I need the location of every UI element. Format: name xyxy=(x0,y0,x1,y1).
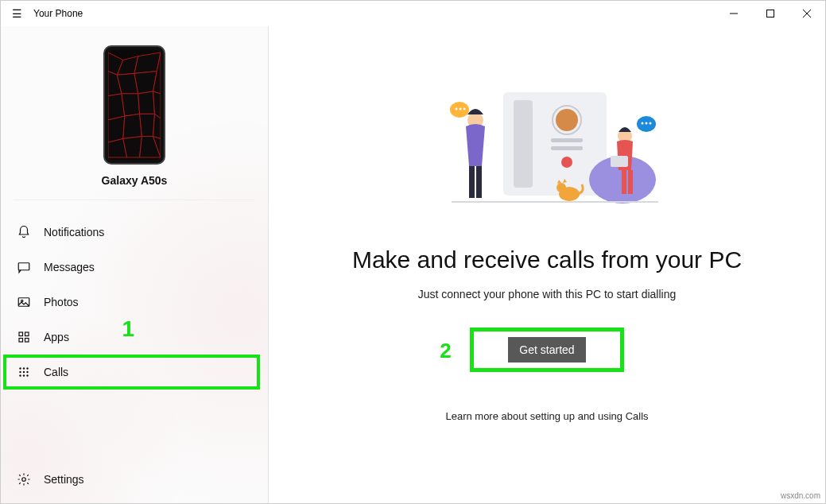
svg-marker-15 xyxy=(108,116,125,142)
window-controls xyxy=(715,1,825,26)
sidebar: Galaxy A50s 1 Notifications Messages xyxy=(1,26,269,503)
svg-point-51 xyxy=(463,107,466,110)
sidebar-item-label: Settings xyxy=(44,473,84,486)
hamburger-menu-icon[interactable]: ☰ xyxy=(12,7,22,20)
svg-marker-16 xyxy=(123,114,142,138)
svg-rect-41 xyxy=(514,100,533,188)
svg-point-57 xyxy=(646,122,648,124)
svg-point-31 xyxy=(23,367,25,369)
dialpad-icon xyxy=(17,365,31,379)
close-button[interactable] xyxy=(789,1,825,26)
svg-point-50 xyxy=(460,107,462,110)
sidebar-item-messages[interactable]: Messages xyxy=(1,250,268,285)
svg-point-49 xyxy=(456,107,458,110)
svg-marker-12 xyxy=(122,94,140,116)
svg-rect-1 xyxy=(767,10,774,17)
svg-rect-29 xyxy=(25,339,29,343)
title-bar-left: ☰ Your Phone xyxy=(1,7,83,20)
svg-rect-54 xyxy=(611,156,628,167)
svg-rect-44 xyxy=(551,138,583,142)
svg-point-38 xyxy=(26,374,28,376)
main-subtext: Just connect your phone with this PC to … xyxy=(418,288,677,300)
sidebar-item-notifications[interactable]: Notifications xyxy=(1,215,268,250)
grid-icon xyxy=(17,330,31,344)
app-body: Galaxy A50s 1 Notifications Messages xyxy=(1,26,825,503)
app-window: ☰ Your Phone xyxy=(0,0,826,504)
chat-icon xyxy=(17,260,31,274)
svg-point-42 xyxy=(556,109,578,131)
learn-more-link[interactable]: Learn more about setting up and using Ca… xyxy=(445,410,648,422)
maximize-button[interactable] xyxy=(752,1,789,26)
svg-point-30 xyxy=(19,367,21,369)
bell-icon xyxy=(17,225,31,239)
device-preview[interactable] xyxy=(103,45,165,165)
annotation-2: 2 xyxy=(440,339,451,363)
svg-rect-45 xyxy=(551,146,583,150)
sidebar-item-photos[interactable]: Photos xyxy=(1,285,268,320)
svg-point-33 xyxy=(19,371,21,373)
app-title: Your Phone xyxy=(33,8,83,19)
svg-rect-28 xyxy=(19,339,23,343)
svg-point-36 xyxy=(19,374,21,376)
main-headline: Make and receive calls from your PC xyxy=(352,246,742,273)
sidebar-item-label: Apps xyxy=(44,331,69,343)
annotation-highlight-1 xyxy=(3,355,260,390)
main-content: Make and receive calls from your PC Just… xyxy=(269,26,825,503)
sidebar-item-label: Notifications xyxy=(44,226,104,238)
get-started-button[interactable]: Get started xyxy=(508,337,585,362)
sidebar-item-settings[interactable]: Settings xyxy=(1,462,268,497)
svg-rect-27 xyxy=(25,332,29,336)
device-section: Galaxy A50s xyxy=(14,26,255,200)
svg-rect-23 xyxy=(18,263,29,270)
minimize-button[interactable] xyxy=(715,1,752,26)
svg-point-35 xyxy=(26,371,28,373)
svg-marker-17 xyxy=(140,114,155,136)
svg-point-37 xyxy=(23,374,25,376)
sidebar-item-label: Messages xyxy=(44,261,95,273)
device-wallpaper xyxy=(108,50,161,160)
svg-rect-26 xyxy=(19,332,23,336)
sidebar-item-apps[interactable]: Apps xyxy=(1,320,268,355)
gear-icon xyxy=(17,472,31,487)
svg-point-60 xyxy=(556,183,566,192)
svg-marker-13 xyxy=(138,91,155,114)
svg-point-46 xyxy=(561,157,572,168)
svg-point-34 xyxy=(23,371,25,373)
svg-point-39 xyxy=(22,478,26,482)
nav-list: Notifications Messages Photos xyxy=(1,215,268,390)
sidebar-item-calls[interactable]: Calls xyxy=(1,355,268,390)
watermark: wsxdn.com xyxy=(781,491,820,500)
title-bar: ☰ Your Phone xyxy=(1,1,825,26)
device-name: Galaxy A50s xyxy=(14,174,255,187)
sidebar-item-label: Calls xyxy=(44,366,68,378)
svg-point-58 xyxy=(650,122,652,124)
svg-point-56 xyxy=(642,122,644,124)
sidebar-bottom: Settings xyxy=(1,462,268,503)
cta-container: 2 Get started xyxy=(470,328,623,372)
sidebar-item-label: Photos xyxy=(44,296,79,308)
svg-marker-18 xyxy=(153,114,161,138)
svg-point-32 xyxy=(26,367,28,369)
svg-marker-20 xyxy=(123,137,142,157)
image-icon xyxy=(17,295,31,309)
calls-illustration xyxy=(428,76,666,219)
